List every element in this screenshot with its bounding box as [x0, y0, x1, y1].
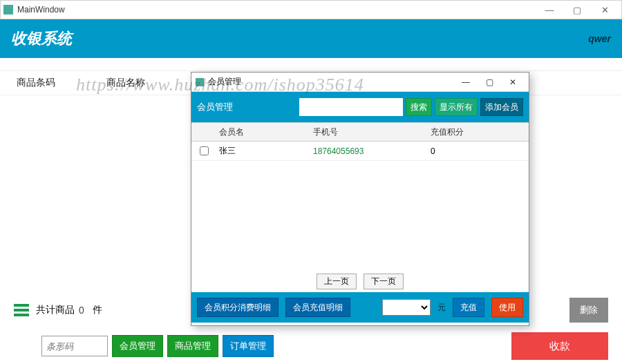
totals-unit: 件: [93, 304, 102, 316]
member-search-input[interactable]: [299, 98, 403, 116]
barcode-input[interactable]: [41, 336, 108, 356]
points-consume-detail-button[interactable]: 会员积分消费明细: [197, 298, 279, 317]
search-button[interactable]: 搜索: [406, 98, 432, 116]
window-title: MainWindow: [17, 5, 65, 15]
dialog-title: 会员管理: [208, 76, 241, 88]
recharge-detail-button[interactable]: 会员充值明细: [285, 298, 350, 317]
add-member-button[interactable]: 添加会员: [480, 98, 523, 116]
dialog-maximize-button[interactable]: ▢: [478, 74, 501, 90]
order-manage-button[interactable]: 订单管理: [223, 335, 274, 357]
recharge-button[interactable]: 充值: [453, 298, 484, 317]
totals-value: 0: [79, 305, 84, 316]
next-page-button[interactable]: 下一页: [364, 274, 404, 289]
th-member-name: 会员名: [216, 126, 313, 138]
footer-bar: 会员管理 商品管理 订单管理 收款: [41, 332, 608, 360]
app-icon: [3, 5, 13, 15]
row-checkbox[interactable]: [200, 146, 209, 155]
member-manage-button[interactable]: 会员管理: [112, 335, 163, 357]
main-titlebar: MainWindow — ▢ ✕: [0, 0, 622, 19]
totals-label: 共计商品: [36, 304, 75, 316]
prev-page-button[interactable]: 上一页: [317, 274, 357, 289]
dialog-minimize-button[interactable]: —: [454, 74, 478, 90]
dialog-toolbar: 会员管理 搜索 显示所有 添加会员: [191, 92, 529, 122]
product-manage-button[interactable]: 商品管理: [167, 335, 218, 357]
brand-title: 收银系统: [11, 28, 72, 49]
current-user-label: qwer: [588, 33, 611, 44]
currency-label: 元: [437, 302, 446, 314]
maximize-button[interactable]: ▢: [563, 1, 591, 19]
stack-icon: [14, 304, 29, 316]
dialog-actions: 会员积分消费明细 会员充值明细 元 充值 使用: [191, 292, 529, 323]
member-table-body: 张三 18764055693 0: [191, 142, 529, 270]
dialog-toolbar-label: 会员管理: [197, 101, 233, 113]
checkout-button[interactable]: 收款: [511, 332, 608, 360]
delete-button[interactable]: 删除: [569, 298, 608, 323]
cell-member-name: 张三: [216, 145, 313, 157]
table-row[interactable]: 张三 18764055693 0: [191, 142, 529, 161]
pager: 上一页 下一页: [191, 270, 529, 292]
amount-select[interactable]: [382, 299, 431, 316]
th-member-points: 充值积分: [431, 126, 529, 138]
member-table-header: 会员名 手机号 充值积分: [191, 122, 529, 142]
show-all-button[interactable]: 显示所有: [435, 98, 478, 116]
minimize-button[interactable]: —: [536, 1, 563, 19]
close-button[interactable]: ✕: [591, 1, 619, 19]
th-member-phone: 手机号: [313, 126, 431, 138]
cell-member-phone: 18764055693: [313, 146, 431, 156]
brand-bar: 收银系统 qwer: [0, 19, 622, 58]
cell-member-points: 0: [431, 146, 529, 156]
col-barcode: 商品条码: [17, 77, 106, 89]
dialog-titlebar: 会员管理 — ▢ ✕: [191, 73, 529, 92]
dialog-close-button[interactable]: ✕: [501, 74, 525, 90]
member-dialog: 会员管理 — ▢ ✕ 会员管理 搜索 显示所有 添加会员 会员名 手机号 充值积…: [191, 72, 529, 326]
use-button[interactable]: 使用: [491, 298, 523, 317]
dialog-icon: [196, 78, 204, 86]
